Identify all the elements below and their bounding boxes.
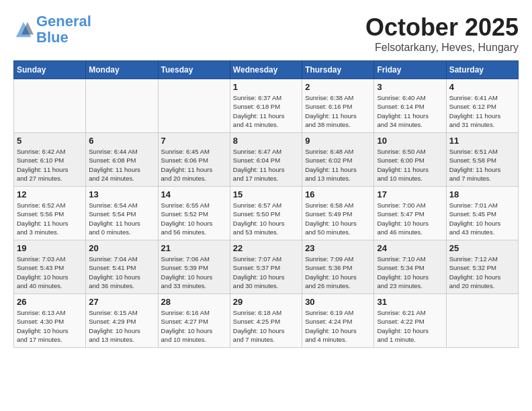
cell-info: Sunrise: 7:00 AM Sunset: 5:47 PM Dayligh… bbox=[377, 201, 443, 236]
calendar-cell: 22Sunrise: 7:07 AM Sunset: 5:37 PM Dayli… bbox=[230, 240, 302, 294]
header-day-saturday: Saturday bbox=[446, 61, 518, 79]
day-number: 2 bbox=[305, 82, 371, 92]
day-number: 31 bbox=[377, 297, 443, 307]
cell-info: Sunrise: 6:54 AM Sunset: 5:54 PM Dayligh… bbox=[89, 201, 154, 236]
cell-info: Sunrise: 6:57 AM Sunset: 5:50 PM Dayligh… bbox=[233, 201, 299, 236]
logo-line1: General bbox=[36, 13, 91, 30]
day-number: 23 bbox=[305, 243, 371, 253]
header-row: SundayMondayTuesdayWednesdayThursdayFrid… bbox=[14, 61, 519, 79]
calendar-cell: 24Sunrise: 7:10 AM Sunset: 5:34 PM Dayli… bbox=[374, 240, 446, 294]
calendar-table: SundayMondayTuesdayWednesdayThursdayFrid… bbox=[13, 60, 519, 348]
cell-info: Sunrise: 6:44 AM Sunset: 6:08 PM Dayligh… bbox=[89, 147, 154, 183]
calendar-week-4: 19Sunrise: 7:03 AM Sunset: 5:43 PM Dayli… bbox=[14, 240, 519, 294]
calendar-cell: 21Sunrise: 7:06 AM Sunset: 5:39 PM Dayli… bbox=[158, 240, 230, 294]
header-day-monday: Monday bbox=[86, 61, 158, 79]
calendar-cell: 29Sunrise: 6:18 AM Sunset: 4:25 PM Dayli… bbox=[230, 294, 302, 348]
page-header: General Blue October 2025 Felsotarkany, … bbox=[13, 13, 519, 54]
cell-info: Sunrise: 7:12 AM Sunset: 5:32 PM Dayligh… bbox=[449, 255, 515, 290]
cell-info: Sunrise: 7:04 AM Sunset: 5:41 PM Dayligh… bbox=[89, 255, 154, 290]
calendar-cell: 13Sunrise: 6:54 AM Sunset: 5:54 PM Dayli… bbox=[86, 187, 158, 240]
cell-info: Sunrise: 7:06 AM Sunset: 5:39 PM Dayligh… bbox=[161, 255, 227, 290]
title-block: October 2025 Felsotarkany, Heves, Hungar… bbox=[365, 13, 519, 54]
calendar-cell: 16Sunrise: 6:58 AM Sunset: 5:49 PM Dayli… bbox=[302, 187, 374, 240]
logo-text: General Blue bbox=[36, 13, 91, 46]
calendar-cell: 15Sunrise: 6:57 AM Sunset: 5:50 PM Dayli… bbox=[230, 187, 302, 240]
calendar-week-2: 5Sunrise: 6:42 AM Sunset: 6:10 PM Daylig… bbox=[14, 133, 519, 187]
day-number: 28 bbox=[161, 297, 227, 307]
calendar-cell: 12Sunrise: 6:52 AM Sunset: 5:56 PM Dayli… bbox=[14, 187, 86, 240]
calendar-cell bbox=[158, 79, 230, 133]
cell-info: Sunrise: 6:50 AM Sunset: 6:00 PM Dayligh… bbox=[377, 147, 443, 183]
calendar-cell: 2Sunrise: 6:38 AM Sunset: 6:16 PM Daylig… bbox=[302, 79, 374, 133]
cell-info: Sunrise: 6:15 AM Sunset: 4:29 PM Dayligh… bbox=[89, 308, 154, 344]
calendar-cell: 26Sunrise: 6:13 AM Sunset: 4:30 PM Dayli… bbox=[14, 294, 86, 348]
cell-info: Sunrise: 6:19 AM Sunset: 4:24 PM Dayligh… bbox=[305, 308, 371, 344]
calendar-week-1: 1Sunrise: 6:37 AM Sunset: 6:18 PM Daylig… bbox=[14, 79, 519, 133]
calendar-cell: 6Sunrise: 6:44 AM Sunset: 6:08 PM Daylig… bbox=[86, 133, 158, 187]
logo-line2: Blue bbox=[36, 29, 69, 46]
day-number: 26 bbox=[17, 297, 83, 307]
day-number: 10 bbox=[377, 136, 443, 146]
calendar-cell: 23Sunrise: 7:09 AM Sunset: 5:36 PM Dayli… bbox=[302, 240, 374, 294]
cell-info: Sunrise: 6:45 AM Sunset: 6:06 PM Dayligh… bbox=[161, 147, 227, 183]
header-day-thursday: Thursday bbox=[302, 61, 374, 79]
calendar-cell: 18Sunrise: 7:01 AM Sunset: 5:45 PM Dayli… bbox=[446, 187, 518, 240]
calendar-cell: 14Sunrise: 6:55 AM Sunset: 5:52 PM Dayli… bbox=[158, 187, 230, 240]
calendar-cell: 1Sunrise: 6:37 AM Sunset: 6:18 PM Daylig… bbox=[230, 79, 302, 133]
calendar-cell: 20Sunrise: 7:04 AM Sunset: 5:41 PM Dayli… bbox=[86, 240, 158, 294]
day-number: 25 bbox=[449, 243, 515, 253]
cell-info: Sunrise: 7:07 AM Sunset: 5:37 PM Dayligh… bbox=[233, 255, 299, 290]
calendar-cell bbox=[14, 79, 86, 133]
calendar-header: SundayMondayTuesdayWednesdayThursdayFrid… bbox=[14, 61, 519, 79]
calendar-cell: 5Sunrise: 6:42 AM Sunset: 6:10 PM Daylig… bbox=[14, 133, 86, 187]
day-number: 12 bbox=[17, 189, 83, 199]
cell-info: Sunrise: 7:01 AM Sunset: 5:45 PM Dayligh… bbox=[449, 201, 515, 236]
cell-info: Sunrise: 6:58 AM Sunset: 5:49 PM Dayligh… bbox=[305, 201, 371, 236]
day-number: 14 bbox=[161, 189, 227, 199]
day-number: 15 bbox=[233, 189, 299, 199]
cell-info: Sunrise: 6:42 AM Sunset: 6:10 PM Dayligh… bbox=[17, 147, 83, 183]
calendar-cell: 19Sunrise: 7:03 AM Sunset: 5:43 PM Dayli… bbox=[14, 240, 86, 294]
calendar-cell: 25Sunrise: 7:12 AM Sunset: 5:32 PM Dayli… bbox=[446, 240, 518, 294]
day-number: 19 bbox=[17, 243, 83, 253]
day-number: 7 bbox=[161, 136, 227, 146]
day-number: 16 bbox=[305, 189, 371, 199]
calendar-cell: 17Sunrise: 7:00 AM Sunset: 5:47 PM Dayli… bbox=[374, 187, 446, 240]
day-number: 29 bbox=[233, 297, 299, 307]
month-title: October 2025 bbox=[365, 13, 519, 42]
calendar-cell bbox=[86, 79, 158, 133]
calendar-cell: 11Sunrise: 6:51 AM Sunset: 5:58 PM Dayli… bbox=[446, 133, 518, 187]
cell-info: Sunrise: 6:51 AM Sunset: 5:58 PM Dayligh… bbox=[449, 147, 515, 183]
cell-info: Sunrise: 6:18 AM Sunset: 4:25 PM Dayligh… bbox=[233, 308, 299, 344]
day-number: 6 bbox=[89, 136, 154, 146]
day-number: 3 bbox=[377, 82, 443, 92]
header-day-wednesday: Wednesday bbox=[230, 61, 302, 79]
calendar-cell: 31Sunrise: 6:21 AM Sunset: 4:22 PM Dayli… bbox=[374, 294, 446, 348]
calendar-week-3: 12Sunrise: 6:52 AM Sunset: 5:56 PM Dayli… bbox=[14, 187, 519, 240]
cell-info: Sunrise: 6:38 AM Sunset: 6:16 PM Dayligh… bbox=[305, 93, 371, 129]
day-number: 13 bbox=[89, 189, 154, 199]
calendar-cell: 10Sunrise: 6:50 AM Sunset: 6:00 PM Dayli… bbox=[374, 133, 446, 187]
day-number: 24 bbox=[377, 243, 443, 253]
day-number: 1 bbox=[233, 82, 299, 92]
day-number: 18 bbox=[449, 189, 515, 199]
cell-info: Sunrise: 7:09 AM Sunset: 5:36 PM Dayligh… bbox=[305, 255, 371, 290]
calendar-cell: 8Sunrise: 6:47 AM Sunset: 6:04 PM Daylig… bbox=[230, 133, 302, 187]
calendar-cell: 30Sunrise: 6:19 AM Sunset: 4:24 PM Dayli… bbox=[302, 294, 374, 348]
cell-info: Sunrise: 6:48 AM Sunset: 6:02 PM Dayligh… bbox=[305, 147, 371, 183]
day-number: 20 bbox=[89, 243, 154, 253]
cell-info: Sunrise: 6:41 AM Sunset: 6:12 PM Dayligh… bbox=[449, 93, 515, 129]
calendar-body: 1Sunrise: 6:37 AM Sunset: 6:18 PM Daylig… bbox=[14, 79, 519, 348]
day-number: 5 bbox=[17, 136, 83, 146]
header-day-friday: Friday bbox=[374, 61, 446, 79]
day-number: 8 bbox=[233, 136, 299, 146]
day-number: 9 bbox=[305, 136, 371, 146]
calendar-cell: 3Sunrise: 6:40 AM Sunset: 6:14 PM Daylig… bbox=[374, 79, 446, 133]
header-day-tuesday: Tuesday bbox=[158, 61, 230, 79]
day-number: 30 bbox=[305, 297, 371, 307]
location-subtitle: Felsotarkany, Heves, Hungary bbox=[365, 42, 519, 54]
cell-info: Sunrise: 6:13 AM Sunset: 4:30 PM Dayligh… bbox=[17, 308, 83, 344]
calendar-cell: 4Sunrise: 6:41 AM Sunset: 6:12 PM Daylig… bbox=[446, 79, 518, 133]
cell-info: Sunrise: 6:55 AM Sunset: 5:52 PM Dayligh… bbox=[161, 201, 227, 236]
calendar-cell bbox=[446, 294, 518, 348]
